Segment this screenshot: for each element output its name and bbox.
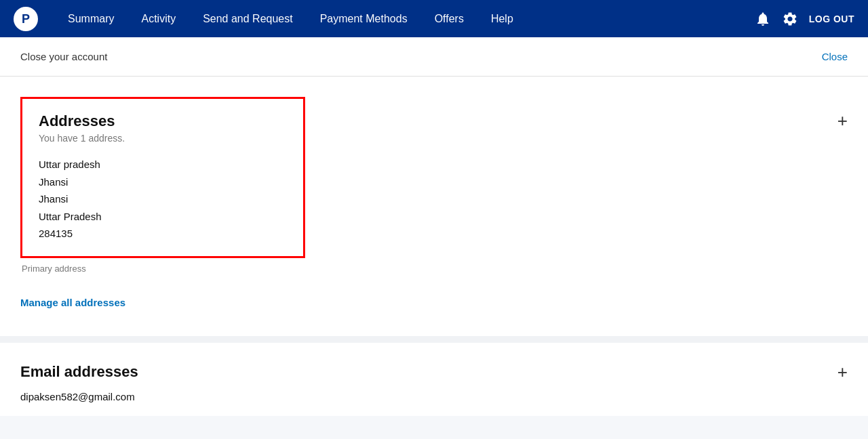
address-line-5: 284135	[39, 225, 287, 243]
nav-activity[interactable]: Activity	[127, 0, 189, 37]
add-email-icon[interactable]: +	[837, 362, 848, 383]
nav-offers[interactable]: Offers	[421, 0, 477, 37]
email-value: dipaksen582@gmail.com	[20, 391, 848, 402]
notification-icon[interactable]	[755, 11, 771, 27]
svg-text:P: P	[22, 12, 30, 26]
email-section: Email addresses + dipaksen582@gmail.com	[0, 343, 868, 416]
section-divider	[0, 336, 868, 343]
logout-button[interactable]: LOG OUT	[809, 14, 854, 24]
email-section-title: Email addresses	[20, 363, 138, 381]
primary-address-label: Primary address	[20, 264, 848, 274]
paypal-logo: P	[14, 7, 38, 31]
close-account-text: Close your account	[20, 51, 107, 62]
settings-icon[interactable]	[782, 11, 798, 27]
address-line-4: Uttar Pradesh	[39, 208, 287, 226]
manage-addresses-link[interactable]: Manage all addresses	[20, 297, 125, 308]
nav-payment-methods[interactable]: Payment Methods	[307, 0, 421, 37]
nav-links: Summary Activity Send and Request Paymen…	[54, 0, 755, 37]
addresses-highlighted-box: Addresses You have 1 address. Uttar prad…	[20, 97, 305, 258]
close-account-bar: Close your account Close	[0, 37, 868, 77]
addresses-title: Addresses	[39, 112, 287, 130]
addresses-section: + Addresses You have 1 address. Uttar pr…	[0, 77, 868, 322]
close-account-link[interactable]: Close	[822, 51, 848, 62]
add-address-icon[interactable]: +	[837, 110, 848, 131]
addresses-subtitle: You have 1 address.	[39, 133, 287, 144]
address-line-2: Jhansi	[39, 173, 287, 191]
navbar-right: LOG OUT	[755, 11, 854, 27]
address-line-1: Uttar pradesh	[39, 156, 287, 173]
nav-send-request[interactable]: Send and Request	[189, 0, 307, 37]
email-section-header: Email addresses +	[20, 362, 848, 383]
nav-summary[interactable]: Summary	[54, 0, 127, 37]
nav-help[interactable]: Help	[477, 0, 527, 37]
navbar: P Summary Activity Send and Request Paym…	[0, 0, 868, 37]
address-line-3: Jhansi	[39, 190, 287, 208]
main-content: + Addresses You have 1 address. Uttar pr…	[0, 77, 868, 416]
